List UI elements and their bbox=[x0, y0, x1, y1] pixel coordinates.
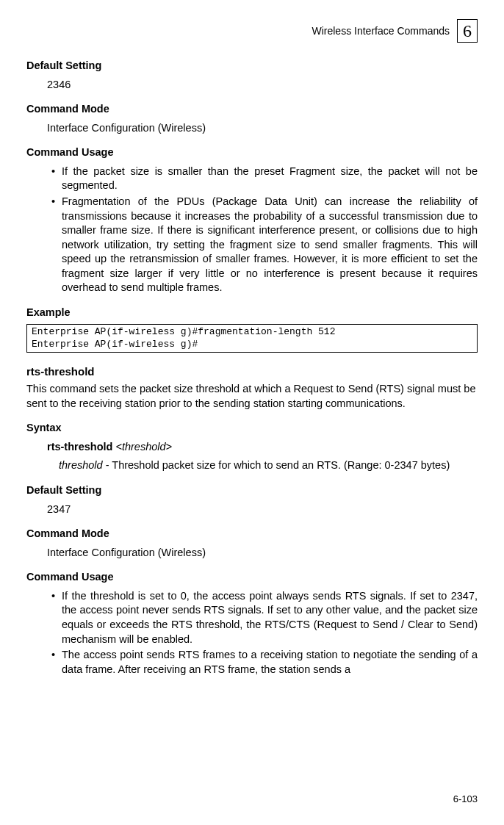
bullets-command-usage-1: If the packet size is smaller than the p… bbox=[51, 165, 478, 295]
page-header: Wireless Interface Commands 6 bbox=[26, 19, 478, 43]
param-name: threshold bbox=[59, 459, 103, 471]
heading-default-setting-2: Default Setting bbox=[26, 483, 478, 498]
bullet-item: Fragmentation of the PDUs (Package Data … bbox=[51, 195, 478, 295]
param-desc: - Threshold packet size for which to sen… bbox=[103, 459, 450, 471]
code-example: Enterprise AP(if-wireless g)#fragmentati… bbox=[26, 324, 478, 353]
bullet-item: The access point sends RTS frames to a r… bbox=[51, 648, 478, 677]
heading-command-usage-2: Command Usage bbox=[26, 570, 478, 585]
heading-example: Example bbox=[26, 306, 478, 320]
syntax-command: rts-threshold bbox=[47, 441, 112, 453]
value-default-setting-2: 2347 bbox=[47, 502, 478, 517]
syntax-param: threshold - Threshold packet size for wh… bbox=[59, 458, 478, 473]
heading-command-mode-1: Command Mode bbox=[26, 102, 478, 117]
bullet-item: If the packet size is smaller than the p… bbox=[51, 165, 478, 193]
heading-syntax: Syntax bbox=[26, 421, 478, 436]
section-description-rts: This command sets the packet size thresh… bbox=[26, 382, 478, 411]
bullet-item: If the threshold is set to 0, the access… bbox=[51, 589, 478, 646]
chapter-badge: 6 bbox=[457, 19, 478, 43]
bullets-command-usage-2: If the threshold is set to 0, the access… bbox=[51, 589, 478, 677]
section-title-rts: rts-threshold bbox=[26, 364, 478, 379]
heading-command-usage-1: Command Usage bbox=[26, 145, 478, 160]
value-command-mode-1: Interface Configuration (Wireless) bbox=[47, 121, 478, 136]
value-default-setting-1: 2346 bbox=[47, 78, 478, 93]
syntax-arg: <threshold> bbox=[115, 441, 172, 453]
header-title: Wireless Interface Commands bbox=[312, 24, 450, 38]
value-command-mode-2: Interface Configuration (Wireless) bbox=[47, 546, 478, 561]
syntax-line: rts-threshold <threshold> bbox=[47, 440, 478, 455]
heading-command-mode-2: Command Mode bbox=[26, 527, 478, 541]
heading-default-setting-1: Default Setting bbox=[26, 59, 478, 73]
page: Wireless Interface Commands 6 Default Se… bbox=[0, 0, 504, 677]
page-footer: 6-103 bbox=[453, 793, 478, 806]
